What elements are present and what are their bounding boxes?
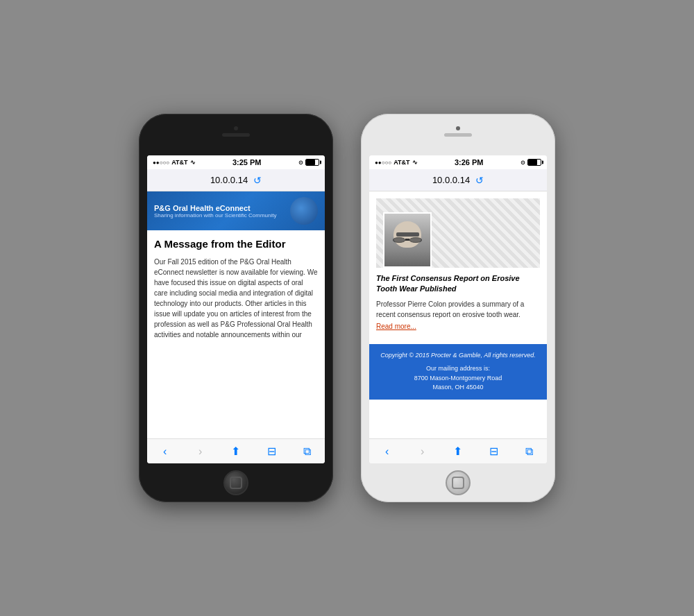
status-right-right: ⊙ xyxy=(520,159,541,166)
refresh-icon-right[interactable]: ↺ xyxy=(475,175,484,186)
home-button-right[interactable] xyxy=(446,470,471,495)
time-right: 3:26 PM xyxy=(455,158,484,166)
header-title-left: P&G Oral Health eConnect xyxy=(154,204,277,212)
read-more-link-right[interactable]: Read more... xyxy=(376,323,540,330)
share-button-right[interactable]: ⬆ xyxy=(448,441,468,462)
phone-screen-right: ●●○○○ AT&T ∿ 3:26 PM ⊙ 10.0.0.14 ↺ xyxy=(369,155,547,463)
address-bar-right[interactable]: 10.0.0.14 ↺ xyxy=(369,169,547,191)
url-right: 10.0.0.14 xyxy=(432,175,470,185)
phone-top-hardware xyxy=(222,126,250,137)
wifi-icon-right: ∿ xyxy=(412,159,418,166)
speaker-bar xyxy=(222,133,250,137)
header-subtitle-left: Sharing information with our Scientific … xyxy=(154,212,277,219)
status-left: ●●○○○ AT&T ∿ xyxy=(153,159,196,166)
portrait-face xyxy=(384,214,430,266)
share-button-left[interactable]: ⬆ xyxy=(226,441,246,462)
bookmarks-button-right[interactable]: ⊟ xyxy=(483,441,504,462)
webpage-left: P&G Oral Health eConnect Sharing informa… xyxy=(147,191,325,438)
globe-icon-left xyxy=(290,197,318,225)
refresh-icon-left[interactable]: ↺ xyxy=(253,175,262,186)
article-content-left: A Message from the Editor Our Fall 2015 … xyxy=(147,230,325,347)
wifi-icon-left: ∿ xyxy=(190,159,196,166)
time-left: 3:25 PM xyxy=(232,158,262,166)
status-bar-left: ●●○○○ AT&T ∿ 3:25 PM ⊙ xyxy=(147,155,325,169)
back-button-right[interactable]: ‹ xyxy=(377,441,398,462)
footer-address-line1: 8700 Mason-Montgomery Road xyxy=(414,375,502,382)
home-button-inner-right xyxy=(452,477,464,489)
toolbar-left: ‹ › ⬆ ⊟ ⧉ xyxy=(147,438,325,463)
article-image-container xyxy=(376,198,540,268)
article-heading-left: A Message from the Editor xyxy=(154,237,318,251)
forward-button-left[interactable]: › xyxy=(190,441,211,462)
article-content-right: The First Consensus Report on Erosive To… xyxy=(369,191,547,344)
footer-section: Copyright © 2015 Procter & Gamble, All r… xyxy=(369,344,547,400)
bookmarks-button-left[interactable]: ⊟ xyxy=(261,441,282,462)
camera-dot xyxy=(234,126,238,130)
webpage-right: The First Consensus Report on Erosive To… xyxy=(369,191,547,438)
article-body-right: Professor Pierre Colon provides a summar… xyxy=(376,299,540,320)
left-lens xyxy=(393,237,405,243)
footer-address-label: Our mailing address is: xyxy=(426,365,490,372)
location-icon-right: ⊙ xyxy=(520,160,525,166)
speaker-bar-right xyxy=(444,133,472,137)
back-button-left[interactable]: ‹ xyxy=(155,441,176,462)
header-text-left: P&G Oral Health eConnect Sharing informa… xyxy=(154,204,277,219)
home-button-inner-left xyxy=(230,477,242,489)
forward-button-right[interactable]: › xyxy=(412,441,433,462)
battery-fill-left xyxy=(306,160,315,165)
header-banner-left: P&G Oral Health eConnect Sharing informa… xyxy=(147,191,325,230)
article-portrait xyxy=(383,212,432,268)
signal-right: ●●○○○ xyxy=(375,160,391,166)
location-icon-left: ⊙ xyxy=(298,160,303,166)
battery-left xyxy=(305,159,319,166)
status-left-right: ●●○○○ AT&T ∿ xyxy=(375,159,418,166)
status-bar-right: ●●○○○ AT&T ∿ 3:26 PM ⊙ xyxy=(369,155,547,169)
status-right-left: ⊙ xyxy=(298,159,319,166)
footer-copyright: Copyright © 2015 Procter & Gamble, All r… xyxy=(376,351,540,361)
right-lens xyxy=(409,237,422,243)
phone-top-hardware-right xyxy=(444,126,472,137)
phones-container: ●●○○○ AT&T ∿ 3:25 PM ⊙ 10.0.0.14 ↺ xyxy=(139,114,555,502)
phone-screen-left: ●●○○○ AT&T ∿ 3:25 PM ⊙ 10.0.0.14 ↺ xyxy=(147,155,325,463)
carrier-right: AT&T xyxy=(393,159,409,166)
footer-address-line2: Mason, OH 45040 xyxy=(432,384,483,391)
carrier-left: AT&T xyxy=(171,159,187,166)
battery-right xyxy=(527,159,541,166)
address-bar-left[interactable]: 10.0.0.14 ↺ xyxy=(147,169,325,191)
article-body-left: Our Fall 2015 edition of the P&G Oral He… xyxy=(154,257,318,340)
signal-left: ●●○○○ xyxy=(153,160,169,166)
phone-right: ●●○○○ AT&T ∿ 3:26 PM ⊙ 10.0.0.14 ↺ xyxy=(361,114,555,502)
phone-left: ●●○○○ AT&T ∿ 3:25 PM ⊙ 10.0.0.14 ↺ xyxy=(139,114,333,502)
footer-address: Our mailing address is: 8700 Mason-Montg… xyxy=(376,364,540,393)
url-left: 10.0.0.14 xyxy=(210,175,248,185)
toolbar-right: ‹ › ⬆ ⊟ ⧉ xyxy=(369,438,547,463)
home-button-left[interactable] xyxy=(223,470,248,495)
battery-fill-right xyxy=(528,160,537,165)
nose-bridge xyxy=(405,239,409,240)
article-title-right: The First Consensus Report on Erosive To… xyxy=(376,273,540,295)
tabs-button-left[interactable]: ⧉ xyxy=(296,441,317,462)
camera-dot-right xyxy=(456,126,460,130)
tabs-button-right[interactable]: ⧉ xyxy=(518,441,539,462)
